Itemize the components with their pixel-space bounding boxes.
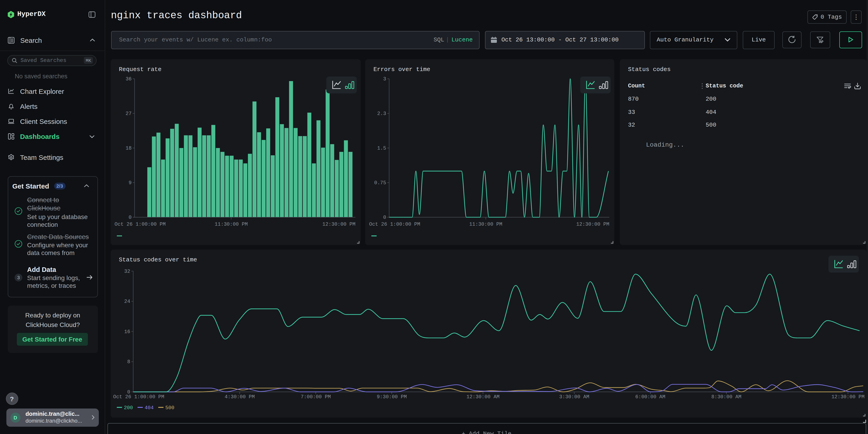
svg-text:11:30:00 PM: 11:30:00 PM bbox=[469, 222, 502, 227]
svg-text:4:30:00 PM: 4:30:00 PM bbox=[224, 394, 255, 400]
svg-text:Oct 26 1:00:00 PM: Oct 26 1:00:00 PM bbox=[113, 394, 164, 400]
svg-text:9:30:00 PM: 9:30:00 PM bbox=[376, 394, 406, 400]
svg-text:3: 3 bbox=[383, 76, 386, 82]
svg-text:16: 16 bbox=[124, 329, 130, 335]
svg-text:24: 24 bbox=[124, 299, 130, 304]
svg-text:0: 0 bbox=[128, 215, 131, 220]
svg-text:404: 404 bbox=[144, 405, 153, 411]
svg-text:12:30:00 PM: 12:30:00 PM bbox=[831, 394, 864, 400]
svg-text:1.5: 1.5 bbox=[377, 146, 386, 151]
svg-text:18: 18 bbox=[125, 146, 131, 151]
svg-text:32: 32 bbox=[124, 269, 130, 274]
svg-text:7:00:00 PM: 7:00:00 PM bbox=[301, 394, 331, 400]
svg-text:0: 0 bbox=[383, 215, 386, 220]
svg-text:2.3: 2.3 bbox=[377, 111, 386, 117]
svg-text:12:30:00 PM: 12:30:00 PM bbox=[576, 222, 609, 227]
svg-text:Oct 26 1:00:00 PM: Oct 26 1:00:00 PM bbox=[114, 222, 165, 227]
svg-text:11:30:00 PM: 11:30:00 PM bbox=[215, 222, 248, 227]
svg-text:12:30:00 PM: 12:30:00 PM bbox=[322, 222, 355, 227]
svg-text:8: 8 bbox=[127, 359, 130, 365]
svg-text:3:30:00 AM: 3:30:00 AM bbox=[559, 394, 589, 400]
svg-text:6:00:00 AM: 6:00:00 AM bbox=[635, 394, 665, 400]
svg-text:200: 200 bbox=[124, 405, 133, 411]
svg-text:9: 9 bbox=[128, 180, 131, 186]
svg-text:8:30:00 AM: 8:30:00 AM bbox=[711, 394, 741, 400]
svg-text:500: 500 bbox=[165, 405, 174, 411]
svg-text:Oct 26 1:00:00 PM: Oct 26 1:00:00 PM bbox=[369, 222, 420, 227]
svg-text:27: 27 bbox=[125, 111, 131, 117]
svg-text:36: 36 bbox=[125, 76, 131, 82]
svg-text:0.75: 0.75 bbox=[374, 180, 386, 186]
svg-text:12:30:00 AM: 12:30:00 AM bbox=[466, 394, 499, 400]
